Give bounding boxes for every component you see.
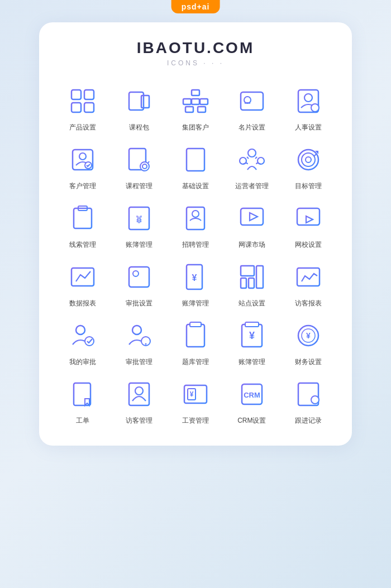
icon-label: 账簿管理 [239,357,265,367]
svg-line-45 [148,161,149,163]
icon-label: 我的审批 [69,357,96,367]
svg-point-89 [133,271,139,276]
list-item[interactable]: 工单 [56,377,110,426]
svg-marker-78 [250,213,258,221]
list-item[interactable]: 审批设置 [112,260,166,308]
svg-point-75 [192,211,199,217]
target-mgmt-icon [291,142,326,177]
list-item[interactable]: 站点设置 [225,260,279,308]
icon-label: 题库管理 [182,357,209,367]
site-subtitle: ICONS · · · [56,59,335,67]
list-item[interactable]: ¥ 账簿管理 [225,318,279,367]
list-item[interactable]: 审批管理 [112,318,166,367]
icon-label: 审批管理 [126,357,152,367]
finance-settings-icon: ¥ [291,318,326,353]
icon-label: 客户管理 [69,181,96,191]
group-client-icon [178,84,213,118]
card-header: IBAOTU.COM ICONS · · · [56,39,335,67]
icon-label: 运营者管理 [235,181,269,191]
icon-label: 人事设置 [295,123,322,132]
icon-label: CRM设置 [237,416,266,426]
icon-label: 课程包 [129,123,149,132]
list-item[interactable]: 目标管理 [281,142,335,191]
svg-rect-0 [71,90,81,99]
icon-label: 网校设置 [295,240,322,250]
list-item[interactable]: 数据报表 [56,260,110,308]
business-card-icon [235,84,269,118]
list-item[interactable]: 线索管理 [56,201,110,250]
icon-label: 访客管理 [126,416,152,426]
svg-point-110 [145,343,147,345]
salary-mgmt-icon: ¥ [178,377,213,412]
list-item[interactable]: 名片设置 [225,84,279,132]
svg-text:CRM: CRM [244,391,260,399]
svg-marker-83 [306,216,313,223]
list-item[interactable]: 集团客户 [169,84,223,132]
svg-text:¥: ¥ [190,390,194,398]
svg-rect-77 [241,208,263,225]
svg-rect-1 [84,90,94,99]
list-item[interactable]: 网校设置 [281,201,335,250]
list-item[interactable]: 基础设置 [169,142,223,191]
list-item[interactable]: 访客管理 [112,377,166,426]
list-item[interactable]: ¥ 账簿管理 [169,260,223,308]
svg-rect-2 [71,103,81,112]
list-item[interactable]: 我的审批 [56,318,110,367]
list-item[interactable]: 产品设置 [56,84,110,132]
svg-rect-100 [249,278,254,288]
icon-label: 财务设置 [295,357,322,367]
svg-rect-15 [200,99,208,104]
icon-label: 账簿管理 [126,240,152,250]
list-item[interactable]: 客户管理 [56,142,110,191]
svg-text:¥: ¥ [306,331,311,340]
icon-label: 跟进记录 [295,416,322,426]
list-item[interactable]: ¥ 工资管理 [169,377,223,426]
client-mgmt-icon [65,142,100,177]
icon-label: 数据报表 [69,299,96,308]
svg-text:¥: ¥ [137,215,142,224]
list-item[interactable]: ¥ 财务设置 [281,318,335,367]
icons-grid: 产品设置 课程包 [56,84,335,426]
svg-rect-98 [241,266,254,276]
svg-rect-102 [297,268,320,286]
list-item[interactable]: 运营者管理 [225,142,279,191]
list-item[interactable]: 访客报表 [281,260,335,308]
svg-line-59 [255,157,257,159]
icon-label: 工资管理 [182,416,209,426]
svg-text:¥: ¥ [192,273,197,283]
question-bank-icon [178,318,213,353]
list-item[interactable]: CRM CRM设置 [225,377,279,426]
icon-label: 审批设置 [126,299,152,308]
list-item[interactable]: 题库管理 [169,318,223,367]
approval-mgmt-icon [122,318,156,353]
list-item[interactable]: 跟进记录 [281,377,335,426]
icon-label: 线索管理 [69,240,96,250]
icon-label: 目标管理 [295,181,322,191]
svg-rect-21 [198,107,206,112]
icon-label: 课程管理 [126,181,152,191]
svg-point-62 [306,157,311,162]
list-item[interactable]: 人事设置 [281,84,335,132]
svg-line-64 [314,154,316,156]
svg-point-30 [304,94,312,102]
recruit-mgmt-icon [178,201,213,236]
list-item[interactable]: 招聘管理 [169,201,223,250]
list-item[interactable]: 网课市场 [225,201,279,250]
svg-point-42 [140,162,149,171]
operator-mgmt-icon [235,142,269,177]
svg-point-132 [135,387,143,395]
svg-rect-20 [185,107,193,112]
site-title: IBAOTU.COM [56,39,335,57]
list-item[interactable]: ¥ 账簿管理 [112,201,166,250]
product-settings-icon [65,84,100,118]
list-item[interactable]: 课程管理 [112,142,166,191]
svg-rect-111 [187,324,204,347]
icon-label: 账簿管理 [182,299,209,308]
icon-label: 工单 [76,416,89,426]
svg-point-61 [302,153,315,166]
list-item[interactable]: 课程包 [112,84,166,132]
svg-point-105 [76,326,85,334]
icon-label: 网课市场 [239,240,265,250]
svg-text:¥: ¥ [249,330,255,341]
icon-label: 招聘管理 [182,240,209,250]
